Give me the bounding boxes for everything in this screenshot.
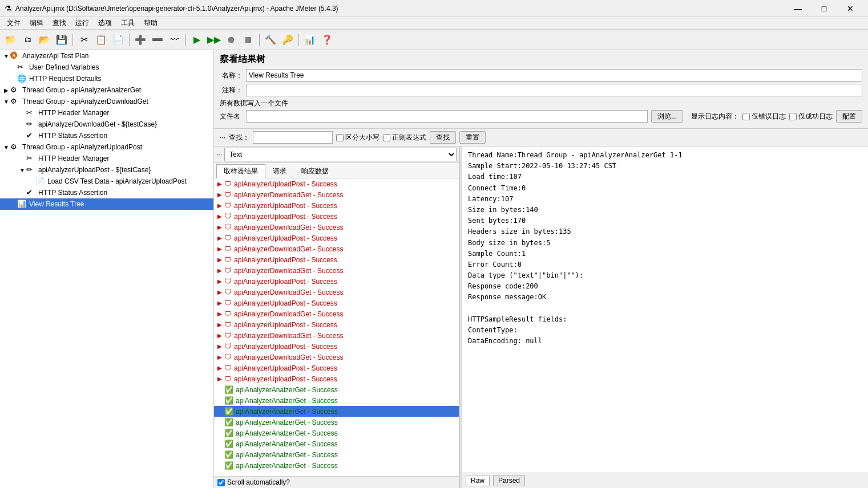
config-button[interactable]: 配置	[836, 110, 862, 123]
result-item[interactable]: ▶ 🛡 apiAnalyzerUploadPost - Success	[214, 363, 459, 373]
result-item[interactable]: ▶ 🛡 apiAnalyzerDownloadGet - Success	[214, 287, 459, 298]
result-item[interactable]: ▶ 🛡 apiAnalyzerDownloadGet - Success	[214, 222, 459, 233]
result-item-success[interactable]: ✅ apiAnalyzerAnalzerGet - Success	[214, 395, 459, 406]
sidebar-item-user-vars[interactable]: ✂ User Defined Variables	[0, 62, 213, 73]
sidebar-item-tg-download-req[interactable]: ✏ apiAnalyzerDownloadGet - ${testCase}	[0, 119, 213, 130]
tb-paste[interactable]: 📄	[110, 32, 126, 48]
result-item[interactable]: ▶ 🛡 apiAnalyzerUploadPost - Success	[214, 233, 459, 243]
sidebar-item-http-defaults[interactable]: 🌐 HTTP Request Defaults	[0, 73, 213, 84]
case-sensitive-checkbox[interactable]	[336, 134, 344, 141]
sidebar-item-test-plan[interactable]: ▼ 🅐 AnalyzerApi Test Plan	[0, 50, 213, 62]
tb-open[interactable]: 📂	[37, 32, 53, 48]
case-sensitive-check[interactable]: 区分大小写	[336, 133, 380, 143]
tb-add[interactable]: ➕	[132, 32, 148, 48]
regex-check[interactable]: 正则表达式	[383, 133, 426, 143]
success-only-check[interactable]: 仅成功日志	[789, 112, 833, 121]
search-row: ··· 查找： 区分大小写 正则表达式 查找 重置	[214, 129, 868, 147]
result-item[interactable]: ▶ 🛡 apiAnalyzerUploadPost - Success	[214, 200, 459, 211]
result-item-success[interactable]: ✅ apiAnalyzerAnalzerGet - Success	[214, 449, 459, 460]
menu-options[interactable]: 选项	[94, 17, 116, 29]
success-icon: ✅	[224, 407, 233, 416]
tb-clear[interactable]: 〰	[167, 32, 183, 48]
maximize-button[interactable]: □	[811, 0, 837, 17]
result-item[interactable]: ▶ 🛡 apiAnalyzerDownloadGet - Success	[214, 189, 459, 200]
case-sensitive-label: 区分大小写	[345, 133, 380, 143]
menu-help[interactable]: 帮助	[139, 17, 162, 29]
result-item-success[interactable]: ✅ apiAnalyzerAnalzerGet - Success	[214, 384, 459, 395]
reset-button[interactable]: 重置	[459, 131, 486, 144]
raw-tab[interactable]: Raw	[466, 475, 490, 486]
result-item[interactable]: ▶ 🛡 apiAnalyzerUploadPost - Success	[214, 341, 459, 352]
result-item[interactable]: ▶ 🛡 apiAnalyzerDownloadGet - Success	[214, 352, 459, 363]
error-only-checkbox[interactable]	[742, 113, 750, 120]
tb-shutdown[interactable]: ⏹	[240, 32, 256, 48]
file-name-input[interactable]	[246, 110, 648, 123]
result-item-success[interactable]: ✅ apiAnalyzerAnalzerGet - Success	[214, 438, 459, 449]
menu-edit[interactable]: 编辑	[25, 17, 48, 29]
minimize-button[interactable]: —	[785, 0, 811, 17]
browse-button[interactable]: 浏览...	[651, 110, 683, 123]
tb-remove[interactable]: ➖	[150, 32, 165, 48]
tab-sampler-results[interactable]: 取样器结果	[216, 164, 265, 178]
error-icon: 🛡	[224, 234, 232, 242]
sidebar-item-tg-download-header[interactable]: ✂ HTTP Header Manager	[0, 107, 213, 119]
search-input[interactable]	[253, 131, 333, 144]
tb-start[interactable]: ▶	[189, 32, 205, 48]
result-item[interactable]: ▶ 🛡 apiAnalyzerUploadPost - Success	[214, 254, 459, 265]
result-item[interactable]: ▶ 🛡 apiAnalyzerUploadPost - Success	[214, 276, 459, 287]
header-icon: ✂	[26, 108, 37, 117]
name-input[interactable]	[246, 69, 862, 82]
results-scroll[interactable]: ▶ 🛡 apiAnalyzerUploadPost - Success ▶ 🛡 …	[214, 178, 459, 476]
result-item[interactable]: ▶ 🛡 apiAnalyzerDownloadGet - Success	[214, 330, 459, 341]
sidebar-item-tg-upload[interactable]: ▼ ⚙ Thread Group - apiAnalyzerUploadPost	[0, 141, 213, 153]
tb-stop[interactable]: ⏺	[223, 32, 239, 48]
tb-remote-start[interactable]: 🔨	[263, 32, 278, 48]
sidebar-item-view-results[interactable]: 📊 View Results Tree	[0, 198, 213, 210]
result-item-success[interactable]: ✅ apiAnalyzerAnalzerGet - Success	[214, 417, 459, 428]
sidebar-item-tg-download[interactable]: ▼ ⚙ Thread Group - apiAnalyzerDownloadGe…	[0, 96, 213, 107]
result-item[interactable]: ▶ 🛡 apiAnalyzerDownloadGet - Success	[214, 243, 459, 254]
menu-file[interactable]: 文件	[2, 17, 25, 29]
tb-function[interactable]: 📊	[302, 32, 318, 48]
tb-remote-stop[interactable]: 🔑	[280, 32, 296, 48]
sidebar-item-tg-analzer[interactable]: ▶ ⚙ Thread Group - apiAnalyzerAnalzerGet	[0, 84, 213, 96]
sidebar-item-tg-upload-assert[interactable]: ✔ HTTP Status Assertion	[0, 187, 213, 198]
result-item-success[interactable]: ✅ apiAnalyzerAnalzerGet - Success	[214, 428, 459, 438]
result-item-success[interactable]: ✅ apiAnalyzerAnalzerGet - Success	[214, 460, 459, 471]
format-select[interactable]: Text HTML JSON XML Regexp Tester CSS/JQu…	[224, 148, 457, 161]
tab-request[interactable]: 请求	[265, 164, 294, 178]
tb-help[interactable]: ❓	[319, 32, 335, 48]
sidebar-item-tg-upload-req[interactable]: ▼ ✏ apiAnalyzerUploadPost - ${testCase}	[0, 164, 213, 176]
sidebar-item-tg-upload-csv[interactable]: 📄 Load CSV Test Data - apiAnalyzerUpload…	[0, 176, 213, 187]
close-button[interactable]: ✕	[837, 0, 863, 17]
search-button[interactable]: 查找	[430, 131, 456, 144]
success-only-checkbox[interactable]	[789, 113, 797, 120]
tb-copy[interactable]: 📋	[93, 32, 109, 48]
menu-run[interactable]: 运行	[71, 17, 94, 29]
result-item[interactable]: ▶ 🛡 apiAnalyzerDownloadGet - Success	[214, 308, 459, 319]
result-item[interactable]: ▶ 🛡 apiAnalyzerUploadPost - Success	[214, 298, 459, 308]
result-label: apiAnalyzerUploadPost - Success	[234, 343, 337, 351]
menu-tools[interactable]: 工具	[116, 17, 139, 29]
result-item[interactable]: ▶ 🛡 apiAnalyzerUploadPost - Success	[214, 319, 459, 330]
result-item[interactable]: ▶ 🛡 apiAnalyzerUploadPost - Success	[214, 178, 459, 189]
scroll-checkbox[interactable]	[217, 479, 225, 486]
tb-cut[interactable]: ✂	[76, 32, 92, 48]
regex-checkbox[interactable]	[383, 134, 390, 141]
expand-icon: ▶	[217, 311, 224, 317]
result-item[interactable]: ▶ 🛡 apiAnalyzerDownloadGet - Success	[214, 265, 459, 276]
sidebar-item-tg-download-assert[interactable]: ✔ HTTP Status Assertion	[0, 130, 213, 141]
parsed-tab[interactable]: Parsed	[493, 475, 525, 486]
tb-new[interactable]: 📁	[2, 32, 18, 48]
result-item-selected[interactable]: ✅ apiAnalyzerAnalzerGet - Success	[214, 406, 459, 417]
tb-start-no-pause[interactable]: ▶▶	[206, 32, 222, 48]
tab-response-data[interactable]: 响应数据	[294, 164, 336, 178]
tb-templates[interactable]: 🗂	[19, 32, 35, 48]
tb-save[interactable]: 💾	[54, 32, 70, 48]
menu-search[interactable]: 查找	[48, 17, 71, 29]
comment-input[interactable]	[246, 84, 862, 96]
error-only-check[interactable]: 仅错误日志	[742, 112, 786, 121]
result-item[interactable]: ▶ 🛡 apiAnalyzerUploadPost - Success	[214, 211, 459, 222]
sidebar-item-tg-upload-header[interactable]: ✂ HTTP Header Manager	[0, 153, 213, 164]
result-item[interactable]: ▶ 🛡 apiAnalyzerUploadPost - Success	[214, 373, 459, 384]
